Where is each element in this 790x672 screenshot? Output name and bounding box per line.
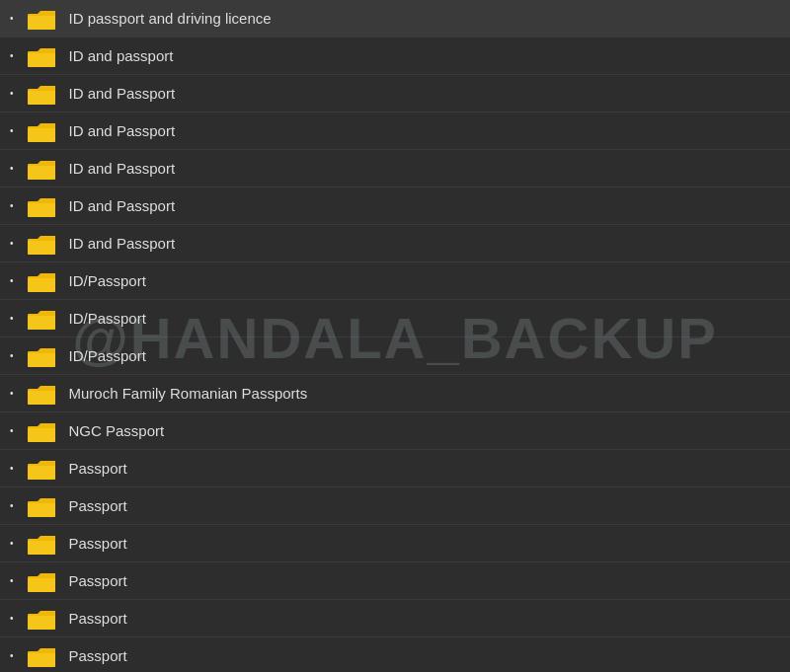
file-name-label: ID and Passport	[69, 197, 176, 214]
svg-rect-25	[28, 466, 55, 480]
bullet-icon: •	[10, 275, 14, 286]
folder-icon	[28, 495, 55, 517]
list-item[interactable]: • NGC Passport	[0, 412, 790, 450]
folder-icon	[28, 533, 55, 555]
list-item[interactable]: • ID and Passport	[0, 225, 790, 262]
file-list: • ID passport and driving licence• ID an…	[0, 0, 790, 672]
file-name-label: ID/Passport	[69, 272, 146, 289]
list-item[interactable]: • ID/Passport	[0, 262, 790, 300]
folder-icon	[28, 120, 55, 142]
svg-rect-1	[28, 16, 55, 30]
file-name-label: Passport	[69, 572, 127, 589]
svg-rect-13	[28, 241, 55, 255]
folder-icon	[28, 83, 55, 105]
svg-rect-31	[28, 578, 55, 592]
folder-icon	[28, 608, 55, 630]
folder-icon	[28, 345, 55, 367]
svg-rect-23	[28, 428, 55, 442]
list-item[interactable]: • Passport	[0, 562, 790, 600]
bullet-icon: •	[10, 575, 14, 586]
svg-rect-27	[28, 503, 55, 517]
file-name-label: Muroch Family Romanian Passports	[69, 385, 308, 402]
bullet-icon: •	[10, 613, 14, 624]
list-item[interactable]: • Passport	[0, 487, 790, 525]
file-name-label: ID/Passport	[69, 347, 146, 364]
svg-rect-3	[28, 53, 55, 67]
svg-rect-17	[28, 316, 55, 330]
folder-icon	[28, 45, 55, 67]
file-name-label: NGC Passport	[69, 422, 165, 439]
list-item[interactable]: • Passport	[0, 637, 790, 672]
folder-icon	[28, 383, 55, 405]
bullet-icon: •	[10, 50, 14, 61]
bullet-icon: •	[10, 350, 14, 361]
svg-rect-7	[28, 128, 55, 142]
list-item[interactable]: • ID and Passport	[0, 187, 790, 225]
list-item[interactable]: • ID/Passport	[0, 300, 790, 337]
file-name-label: Passport	[69, 535, 127, 552]
folder-icon	[28, 570, 55, 592]
folder-icon	[28, 645, 55, 667]
file-name-label: ID and passport	[69, 47, 174, 64]
bullet-icon: •	[10, 500, 14, 511]
file-name-label: ID and Passport	[69, 122, 176, 139]
bullet-icon: •	[10, 388, 14, 399]
bullet-icon: •	[10, 538, 14, 549]
list-item[interactable]: • ID passport and driving licence	[0, 0, 790, 37]
list-item[interactable]: • ID and passport	[0, 37, 790, 75]
svg-rect-19	[28, 353, 55, 367]
svg-rect-5	[28, 91, 55, 105]
folder-icon	[28, 458, 55, 480]
list-item[interactable]: • ID and Passport	[0, 112, 790, 150]
file-name-label: Passport	[69, 647, 127, 664]
svg-rect-33	[28, 616, 55, 630]
file-name-label: ID/Passport	[69, 310, 146, 327]
svg-rect-11	[28, 203, 55, 217]
svg-rect-29	[28, 541, 55, 555]
bullet-icon: •	[10, 463, 14, 474]
folder-icon	[28, 420, 55, 442]
bullet-icon: •	[10, 200, 14, 211]
bullet-icon: •	[10, 13, 14, 24]
list-item[interactable]: • ID and Passport	[0, 150, 790, 187]
svg-rect-21	[28, 391, 55, 405]
svg-rect-35	[28, 653, 55, 667]
list-item[interactable]: • Passport	[0, 525, 790, 562]
bullet-icon: •	[10, 163, 14, 174]
folder-icon	[28, 270, 55, 292]
list-item[interactable]: • ID and Passport	[0, 75, 790, 112]
file-name-label: ID and Passport	[69, 85, 176, 102]
folder-icon	[28, 8, 55, 30]
list-item[interactable]: • Passport	[0, 600, 790, 637]
file-name-label: ID and Passport	[69, 160, 176, 177]
bullet-icon: •	[10, 313, 14, 324]
file-name-label: Passport	[69, 497, 127, 514]
folder-icon	[28, 195, 55, 217]
folder-icon	[28, 233, 55, 255]
file-name-label: Passport	[69, 610, 127, 627]
svg-rect-15	[28, 278, 55, 292]
file-name-label: ID and Passport	[69, 235, 176, 252]
bullet-icon: •	[10, 125, 14, 136]
list-item[interactable]: • Muroch Family Romanian Passports	[0, 375, 790, 412]
bullet-icon: •	[10, 88, 14, 99]
bullet-icon: •	[10, 238, 14, 249]
folder-icon	[28, 308, 55, 330]
svg-rect-9	[28, 166, 55, 180]
list-item[interactable]: • Passport	[0, 450, 790, 487]
file-name-label: ID passport and driving licence	[69, 10, 272, 27]
folder-icon	[28, 158, 55, 180]
bullet-icon: •	[10, 425, 14, 436]
list-item[interactable]: • ID/Passport	[0, 337, 790, 375]
file-name-label: Passport	[69, 460, 127, 477]
bullet-icon: •	[10, 650, 14, 661]
